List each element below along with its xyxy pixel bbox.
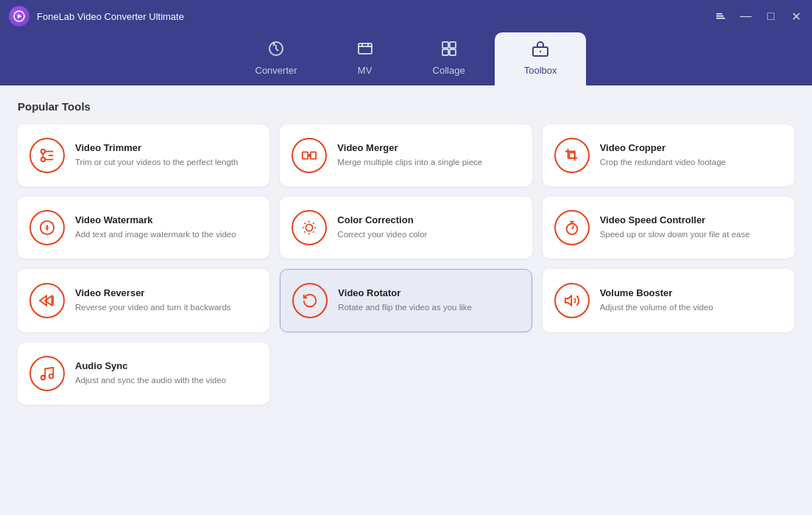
color-correction-desc: Correct your video color (337, 228, 427, 240)
tab-mv[interactable]: MV (327, 32, 403, 85)
svg-rect-2 (716, 18, 725, 19)
svg-line-36 (314, 231, 314, 232)
window-controls: — □ ✕ (713, 9, 803, 24)
video-cropper-desc: Crop the redundant video footage (600, 156, 726, 168)
svg-rect-6 (359, 43, 372, 54)
tool-card-video-rotator[interactable]: Video RotatorRotate and flip the video a… (280, 269, 532, 332)
tool-card-video-watermark[interactable]: Video WatermarkAdd text and image waterm… (18, 197, 269, 259)
tools-grid: Video TrimmerTrim or cut your videos to … (18, 125, 794, 404)
color-correction-icon (292, 210, 327, 245)
minimize-button[interactable]: — (738, 9, 753, 24)
video-merger-desc: Merge multiple clips into a single piece (337, 156, 482, 168)
tab-converter-label: Converter (255, 65, 297, 76)
maximize-button[interactable]: □ (763, 9, 778, 24)
tab-collage-label: Collage (433, 65, 465, 76)
section-title: Popular Tools (18, 100, 794, 113)
video-reverser-name: Video Reverser (75, 287, 231, 298)
svg-point-16 (41, 150, 46, 154)
svg-line-38 (314, 223, 314, 223)
main-content: Popular Tools Video TrimmerTrim or cut y… (0, 85, 812, 515)
svg-point-46 (41, 376, 46, 380)
svg-rect-12 (442, 49, 448, 55)
video-reverser-desc: Reverse your video and turn it backwards (75, 301, 231, 313)
svg-rect-27 (569, 153, 574, 158)
tab-toolbox-label: Toolbox (524, 65, 557, 76)
video-rotator-icon (292, 283, 328, 318)
svg-line-37 (305, 231, 306, 232)
mv-icon (356, 40, 374, 62)
toolbox-icon (532, 40, 549, 62)
video-merger-name: Video Merger (337, 142, 482, 153)
video-rotator-info: Video RotatorRotate and flip the video a… (338, 287, 472, 313)
color-correction-name: Color Correction (337, 214, 427, 225)
svg-point-47 (49, 374, 54, 379)
video-merger-info: Video MergerMerge multiple clips into a … (337, 142, 482, 168)
color-correction-info: Color CorrectionCorrect your video color (337, 214, 427, 240)
video-rotator-name: Video Rotator (338, 287, 472, 298)
video-speed-controller-info: Video Speed ControllerSpeed up or slow d… (600, 214, 750, 240)
close-button[interactable]: ✕ (788, 9, 803, 24)
video-cropper-icon (554, 138, 590, 173)
video-watermark-desc: Add text and image watermark to the vide… (75, 228, 236, 240)
svg-rect-23 (311, 152, 316, 158)
video-speed-controller-name: Video Speed Controller (600, 214, 750, 225)
video-reverser-icon (29, 283, 65, 318)
tab-converter[interactable]: Converter (226, 32, 327, 85)
video-cropper-info: Video CropperCrop the redundant video fo… (600, 142, 726, 168)
volume-booster-name: Volume Booster (600, 287, 713, 298)
subtitle-button[interactable] (713, 9, 728, 24)
tab-collage[interactable]: Collage (403, 32, 495, 85)
video-watermark-info: Video WatermarkAdd text and image waterm… (75, 214, 236, 240)
video-speed-controller-icon (554, 210, 590, 245)
svg-point-30 (306, 224, 313, 231)
tool-card-video-merger[interactable]: Video MergerMerge multiple clips into a … (280, 125, 532, 186)
svg-rect-4 (716, 15, 724, 17)
svg-line-26 (309, 155, 311, 157)
tool-card-volume-booster[interactable]: Volume BoosterAdjust the volume of the v… (543, 269, 794, 332)
audio-sync-desc: Adjust and sync the audio with the video (75, 374, 226, 386)
app-icon (9, 6, 29, 27)
video-speed-controller-desc: Speed up or slow down your file at ease (600, 228, 750, 240)
svg-marker-1 (18, 14, 22, 18)
video-trimmer-info: Video TrimmerTrim or cut your videos to … (75, 142, 238, 168)
video-trimmer-desc: Trim or cut your videos to the perfect l… (75, 156, 238, 168)
tab-mv-label: MV (358, 65, 373, 76)
svg-rect-10 (442, 42, 448, 48)
audio-sync-icon (29, 356, 65, 391)
video-watermark-icon (29, 210, 65, 245)
tool-card-video-reverser[interactable]: Video ReverserReverse your video and tur… (18, 269, 269, 332)
tool-card-video-cropper[interactable]: Video CropperCrop the redundant video fo… (543, 125, 794, 186)
tool-card-video-trimmer[interactable]: Video TrimmerTrim or cut your videos to … (18, 125, 269, 186)
title-bar: FoneLab Video Converter Ultimate — □ ✕ (0, 0, 812, 32)
converter-icon (267, 40, 285, 62)
tool-card-audio-sync[interactable]: Audio SyncAdjust and sync the audio with… (18, 343, 269, 404)
video-trimmer-name: Video Trimmer (75, 142, 238, 153)
audio-sync-info: Audio SyncAdjust and sync the audio with… (75, 360, 226, 386)
volume-booster-info: Volume BoosterAdjust the volume of the v… (600, 287, 713, 313)
svg-line-35 (305, 223, 306, 223)
video-trimmer-icon (29, 138, 65, 173)
tab-toolbox[interactable]: Toolbox (495, 32, 587, 85)
video-merger-icon (292, 138, 327, 173)
volume-booster-icon (554, 283, 590, 318)
svg-rect-22 (303, 152, 308, 158)
svg-rect-13 (450, 49, 456, 55)
svg-rect-3 (716, 13, 722, 15)
tool-card-color-correction[interactable]: Color CorrectionCorrect your video color (280, 197, 532, 259)
video-reverser-info: Video ReverserReverse your video and tur… (75, 287, 231, 313)
nav-bar: Converter MV Collage (0, 32, 812, 85)
svg-rect-11 (450, 42, 456, 48)
video-cropper-name: Video Cropper (600, 142, 726, 153)
app-title-text: FoneLab Video Converter Ultimate (37, 11, 713, 22)
audio-sync-name: Audio Sync (75, 360, 226, 371)
svg-marker-45 (565, 296, 571, 306)
volume-booster-desc: Adjust the volume of the video (600, 301, 713, 313)
collage-icon (440, 40, 458, 62)
video-rotator-desc: Rotate and flip the video as you like (338, 301, 472, 313)
svg-point-17 (41, 158, 46, 162)
video-watermark-name: Video Watermark (75, 214, 236, 225)
tool-card-video-speed-controller[interactable]: Video Speed ControllerSpeed up or slow d… (543, 197, 794, 259)
